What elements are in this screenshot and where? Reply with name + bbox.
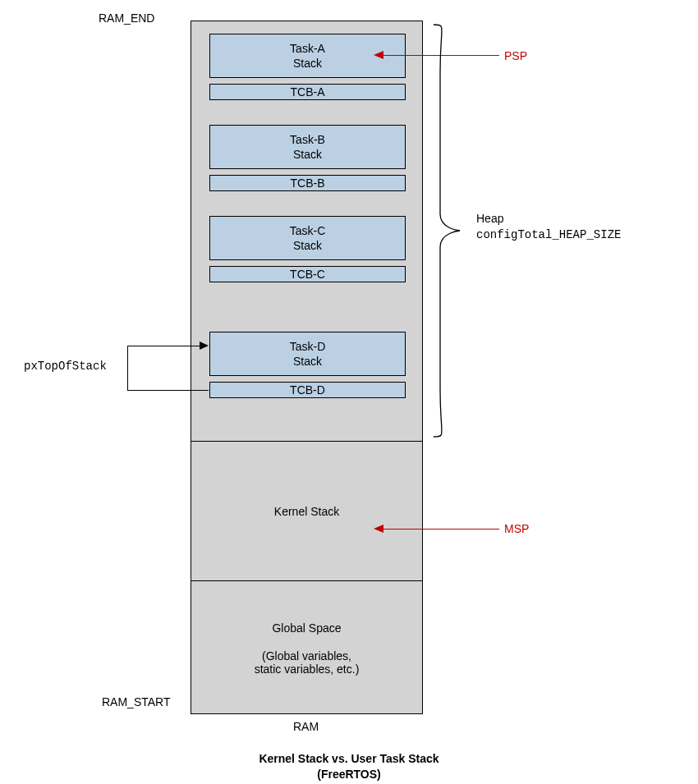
tcb-d-block: TCB-D [209,382,406,398]
msp-arrow-line [382,529,499,530]
psp-label: PSP [504,49,527,62]
tcb-a-block: TCB-A [209,84,406,100]
ram-memory-box: Task-A Stack TCB-A Task-B Stack TCB-B Ta… [191,21,423,714]
global-label-2: (Global variables, [262,649,351,663]
pxtop-connector-top [127,346,200,346]
task-b-stack-block: Task-B Stack [209,125,406,169]
heap-label-group: Heap configTotal_HEAP_SIZE [476,210,621,243]
diagram-title: Kernel Stack vs. User Task Stack (FreeRT… [0,751,698,782]
task-c-label-1: Task-C [290,223,326,238]
task-d-label-2: Stack [293,354,322,369]
tcb-d-label: TCB-D [290,383,325,397]
title-line-1: Kernel Stack vs. User Task Stack [0,751,698,767]
msp-arrow-head-icon [374,525,383,533]
task-b-label-2: Stack [293,147,322,162]
tcb-b-block: TCB-B [209,175,406,191]
pxtop-connector-bot [127,390,209,391]
task-b-label-1: Task-B [290,132,325,147]
tcb-a-label: TCB-A [291,85,325,99]
ram-label: RAM [293,720,319,733]
tcb-c-label: TCB-C [290,268,325,281]
global-label-3: static variables, etc.) [255,663,360,676]
msp-label: MSP [504,522,529,535]
tcb-b-label: TCB-B [291,177,325,190]
task-d-stack-block: Task-D Stack [209,332,406,376]
psp-arrow-head-icon [374,51,383,59]
global-space-section: Global Space (Global variables, static v… [191,581,422,715]
task-a-label-1: Task-A [290,41,325,56]
kernel-stack-label: Kernel Stack [274,505,339,518]
task-d-label-1: Task-D [290,339,326,354]
pxtop-label: pxTopOfStack [24,360,107,373]
kernel-stack-section: Kernel Stack [191,442,422,581]
heap-label-2: configTotal_HEAP_SIZE [476,227,621,243]
ram-start-label: RAM_START [102,695,171,708]
global-label-1: Global Space [272,621,341,635]
task-c-label-2: Stack [293,238,322,253]
title-line-2: (FreeRTOS) [0,767,698,782]
ram-end-label: RAM_END [99,11,154,25]
heap-label-1: Heap [476,210,621,227]
heap-section: Task-A Stack TCB-A Task-B Stack TCB-B Ta… [191,21,422,442]
task-a-label-2: Stack [293,56,322,71]
heap-brace-icon [430,23,463,438]
tcb-c-block: TCB-C [209,266,406,282]
pxtop-arrow-head-icon [200,342,209,350]
pxtop-connector-vert [127,346,128,390]
task-c-stack-block: Task-C Stack [209,216,406,260]
